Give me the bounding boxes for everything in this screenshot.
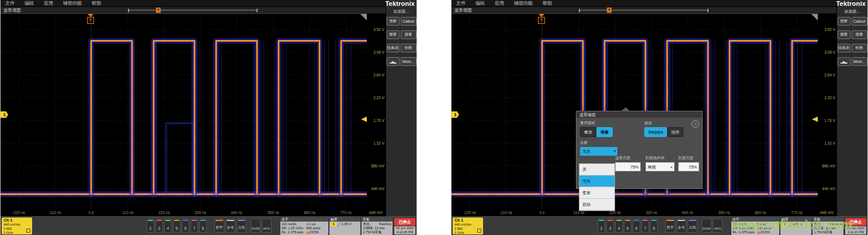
- trigger-position-flag[interactable]: T: [537, 14, 546, 24]
- side-panel-button[interactable]: 搜索: [401, 30, 416, 39]
- overlay-mode-button[interactable]: 叠加: [580, 127, 596, 137]
- channel-button[interactable]: 3: [155, 219, 163, 233]
- graticule-style-select[interactable]: 网格 ▾: [645, 162, 675, 171]
- menu-item[interactable]: 应用: [44, 0, 53, 6]
- acquisition-panel[interactable]: 采集 自动,FastAcq 分辨率: 12 bits 1.754 M采集: [813, 218, 843, 235]
- channel-1-badge[interactable]: Ch 1 440 mV/div 1 MΩ 1 GHz: [453, 218, 483, 234]
- plot-button-icon: ▂▅▃: [390, 60, 397, 64]
- acquisition-resolution: 分辨率: 12 bits: [814, 226, 842, 230]
- aux-button[interactable]: AFG: [713, 219, 723, 233]
- dropdown-option[interactable]: 变量: [579, 187, 614, 199]
- channel-button-label: 5: [176, 226, 178, 230]
- slider-trigger-handle[interactable]: T: [156, 8, 161, 13]
- channel-button[interactable]: 5: [624, 219, 631, 233]
- menu-item[interactable]: 编辑: [475, 0, 485, 6]
- menu-item[interactable]: 帮助: [92, 0, 101, 6]
- channel-button[interactable]: 4: [615, 219, 623, 233]
- channel-button[interactable]: 5: [173, 219, 180, 233]
- acquisition-panel[interactable]: 采集 自动,FastAcq 分辨率: 12 bits 1.754 M采集: [362, 218, 393, 235]
- channel-button[interactable]: 8: [650, 219, 658, 233]
- help-icon[interactable]: ?: [692, 120, 699, 128]
- graticule-style-value: 网格: [648, 165, 656, 169]
- sample-resolution: 800 ps/pt: [758, 226, 778, 230]
- aux-button[interactable]: AFG: [262, 219, 272, 233]
- graticule-intensity-input[interactable]: 75%: [678, 162, 699, 171]
- horizontal-panel[interactable]: 水平 110 ns/div 1.1 μs SR: 1.25 GS/s 800 p…: [280, 218, 328, 235]
- chevron-down-icon: ▾: [671, 163, 672, 172]
- acquisition-mode: 自动,: [363, 222, 370, 226]
- dropdown-option[interactable]: 自动: [579, 199, 614, 211]
- channel-badge-scale: 440 mV/div: [4, 223, 30, 227]
- horizontal-scale: 110 ns/div: [282, 222, 307, 226]
- plot-button[interactable]: ▂▅▃: [838, 57, 850, 66]
- channel-button[interactable]: 4: [164, 219, 172, 233]
- channel-button[interactable]: 2: [147, 219, 154, 233]
- menu-item[interactable]: 编辑: [25, 0, 34, 6]
- horizontal-pan-slider[interactable]: T: [128, 9, 258, 12]
- menu-item[interactable]: 应用: [495, 0, 504, 6]
- more-button[interactable]: More...: [852, 57, 867, 66]
- side-panel-button[interactable]: 绘图: [852, 44, 867, 52]
- side-panel-button[interactable]: Callout: [401, 17, 416, 26]
- channel-button[interactable]: 7: [190, 219, 198, 233]
- trigger-panel[interactable]: 触发 1 ╱ 1.65 V: [780, 218, 811, 235]
- channel-button[interactable]: 6: [633, 219, 640, 233]
- channel-color-stripe: [634, 220, 639, 221]
- channel-1-badge[interactable]: Ch 1 440 mV/div 1 MΩ 1 GHz: [2, 218, 32, 234]
- persistence-select[interactable]: 无穷 ▾: [580, 147, 617, 156]
- side-panel-button[interactable]: Callout: [852, 17, 867, 26]
- side-panel-button[interactable]: 测量: [387, 30, 400, 39]
- channel-button[interactable]: 2: [598, 219, 605, 233]
- side-panel-button[interactable]: 光标: [838, 17, 850, 26]
- channel-button-label: 8: [202, 226, 204, 230]
- side-panel-button[interactable]: 光标: [387, 17, 400, 26]
- stop-button[interactable]: 已停止: [394, 218, 415, 226]
- aux-button[interactable]: DVM: [702, 219, 711, 233]
- dropdown-option[interactable]: 关: [579, 164, 614, 176]
- trigger-position-flag[interactable]: T: [86, 14, 95, 24]
- x-axis-label: -220 ns: [463, 211, 476, 215]
- slider-trigger-handle[interactable]: T: [607, 8, 612, 13]
- channel-button-label: 4: [167, 226, 169, 230]
- side-panel-button[interactable]: 结果表: [387, 44, 400, 52]
- menu-item[interactable]: 文件: [5, 0, 15, 6]
- menu-item[interactable]: 辅助功能: [514, 0, 533, 6]
- more-button[interactable]: More...: [401, 57, 416, 66]
- chevron-down-icon: ▾: [614, 147, 616, 156]
- plot-corner-icon[interactable]: [811, 14, 818, 20]
- horizontal-panel[interactable]: 水平 110 ns/div 1.1 μs SR: 1.25 GS/s 800 p…: [731, 218, 779, 235]
- plot-button[interactable]: ▂▅▃: [387, 57, 400, 66]
- special-button[interactable]: 数学: [214, 219, 224, 233]
- trigger-panel[interactable]: 触发 1 ╱ 1.65 V: [329, 218, 360, 235]
- plot-corner-icon[interactable]: [360, 14, 367, 20]
- graticule-intensity-label: 刻度亮度: [678, 156, 699, 161]
- waveform-intensity-input[interactable]: 75%: [615, 162, 641, 171]
- waveform-plot[interactable]: T 1 波形视图 ? 显示模式 叠加 堆叠 插值 Sin(x)/x 线性: [452, 13, 818, 211]
- menu-item[interactable]: 辅助功能: [63, 0, 82, 6]
- aux-button[interactable]: DVM: [251, 219, 261, 233]
- special-button[interactable]: 总线: [237, 219, 246, 233]
- channel-button[interactable]: 8: [199, 219, 207, 233]
- linear-button[interactable]: 线性: [667, 127, 683, 137]
- channel-button[interactable]: 6: [182, 219, 189, 233]
- waveform-plot[interactable]: T 1: [1, 13, 367, 211]
- side-panel-button[interactable]: 结果表: [838, 44, 850, 52]
- channel-button-label: 7: [193, 226, 196, 230]
- stacked-mode-button[interactable]: 堆叠: [596, 127, 613, 137]
- sinx-button[interactable]: Sin(x)/x: [644, 127, 667, 137]
- special-button[interactable]: 参考: [676, 219, 686, 233]
- side-panel-button[interactable]: 测量: [838, 30, 850, 39]
- stop-button[interactable]: 已停止: [845, 218, 866, 226]
- menu-item[interactable]: 帮助: [543, 0, 552, 6]
- side-panel-button[interactable]: 绘图: [401, 44, 416, 52]
- special-button[interactable]: 数学: [665, 219, 675, 233]
- channel-button[interactable]: 7: [641, 219, 649, 233]
- channel-button[interactable]: 3: [606, 219, 614, 233]
- y-axis-label: 1.76 V: [373, 118, 384, 122]
- special-button[interactable]: 参考: [225, 219, 235, 233]
- side-panel-button[interactable]: 搜索: [852, 30, 867, 39]
- horizontal-pan-slider[interactable]: T: [579, 9, 709, 12]
- menu-item[interactable]: 文件: [456, 0, 466, 6]
- dropdown-option[interactable]: 无穷: [579, 176, 614, 187]
- special-button[interactable]: 总线: [688, 219, 697, 233]
